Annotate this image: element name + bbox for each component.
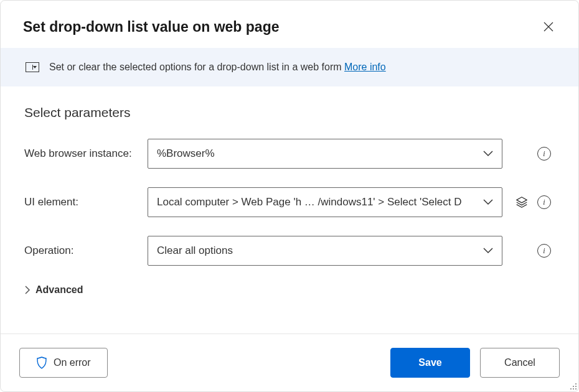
chevron-down-icon — [483, 248, 493, 254]
content-area: Select parameters Web browser instance: … — [1, 86, 578, 334]
dialog-footer: On error Save Cancel — [1, 334, 578, 391]
save-button[interactable]: Save — [390, 348, 470, 378]
operation-select-value: Clear all options — [157, 245, 233, 257]
element-select[interactable]: Local computer > Web Page 'h … /windows1… — [148, 187, 502, 217]
cancel-label: Cancel — [504, 357, 535, 368]
info-icon[interactable]: i — [537, 195, 551, 209]
param-label-element: UI element: — [24, 196, 148, 208]
param-row-browser: Web browser instance: %Browser% i — [24, 139, 555, 169]
browser-select[interactable]: %Browser% — [148, 139, 502, 169]
advanced-label: Advanced — [35, 284, 83, 296]
element-select-value: Local computer > Web Page 'h … /windows1… — [157, 196, 461, 208]
info-banner: Set or clear the selected options for a … — [1, 48, 578, 86]
advanced-toggle[interactable]: Advanced — [24, 284, 555, 296]
more-info-link[interactable]: More info — [344, 62, 386, 72]
resize-grip[interactable] — [569, 382, 577, 390]
param-label-browser: Web browser instance: — [24, 147, 148, 160]
element-row-icons: i — [515, 195, 551, 209]
chevron-down-icon — [483, 199, 493, 205]
browser-select-value: %Browser% — [157, 147, 215, 160]
info-icon[interactable]: i — [537, 244, 551, 258]
dialog-window: Set drop-down list value on web page Set… — [0, 0, 579, 392]
close-button[interactable] — [539, 17, 558, 37]
chevron-right-icon — [24, 286, 31, 294]
dialog-title: Set drop-down list value on web page — [23, 19, 279, 35]
info-icon[interactable]: i — [537, 147, 551, 161]
dialog-header: Set drop-down list value on web page — [1, 1, 578, 48]
chevron-down-icon — [483, 151, 493, 157]
browser-row-icons: i — [515, 147, 551, 161]
shield-icon — [36, 357, 47, 369]
section-title: Select parameters — [24, 105, 555, 120]
footer-right: Save Cancel — [390, 348, 560, 378]
operation-select[interactable]: Clear all options — [148, 236, 502, 266]
on-error-button[interactable]: On error — [19, 348, 108, 378]
param-row-operation: Operation: Clear all options i — [24, 236, 555, 266]
layers-icon[interactable] — [515, 195, 529, 209]
close-icon — [544, 22, 553, 32]
dropdown-box-icon — [26, 62, 39, 72]
param-row-element: UI element: Local computer > Web Page 'h… — [24, 187, 555, 217]
cancel-button[interactable]: Cancel — [480, 348, 560, 378]
save-label: Save — [418, 357, 441, 368]
banner-text: Set or clear the selected options for a … — [49, 62, 344, 72]
operation-row-icons: i — [515, 244, 551, 258]
banner-text-wrap: Set or clear the selected options for a … — [49, 62, 386, 73]
param-label-operation: Operation: — [24, 245, 148, 257]
on-error-label: On error — [54, 357, 91, 368]
